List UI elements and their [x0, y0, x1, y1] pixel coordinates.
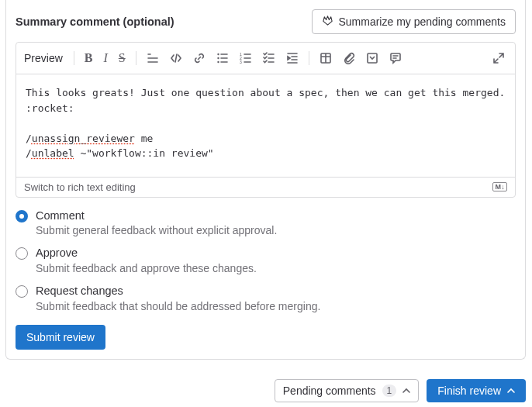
switch-mode-link[interactable]: Switch to rich text editing — [24, 181, 136, 193]
radio-description: Submit feedback that should be addressed… — [36, 300, 320, 312]
summarize-button[interactable]: Summarize my pending comments — [312, 9, 516, 34]
italic-button[interactable]: I — [99, 47, 111, 69]
details-button[interactable] — [362, 47, 382, 69]
tanuki-ai-icon — [322, 15, 333, 29]
radio-label: Request changes — [36, 284, 320, 298]
editor-footer: Switch to rich text editing M↓ — [16, 178, 515, 197]
panel-title: Summary comment (optional) — [16, 16, 174, 28]
radio-option-approve[interactable]: ApproveSubmit feedback and approve these… — [16, 246, 516, 274]
indent-button[interactable] — [282, 47, 302, 69]
pending-comments-button[interactable]: Pending comments 1 — [275, 379, 420, 402]
bold-button[interactable]: B — [81, 47, 97, 69]
submit-review-button[interactable]: Submit review — [16, 325, 105, 350]
pending-label: Pending comments — [283, 385, 376, 397]
radio-description: Submit feedback and approve these change… — [36, 262, 257, 274]
bottom-bar: Pending comments 1 Finish review — [275, 379, 526, 402]
comment-textarea[interactable]: This looks greats! Just one question abo… — [16, 74, 515, 177]
table-button[interactable] — [316, 47, 336, 69]
comment-template-button[interactable] — [385, 47, 406, 69]
radio-description: Submit general feedback without explicit… — [36, 224, 277, 236]
toolbar-separator — [74, 51, 74, 65]
svg-point-1 — [217, 57, 219, 59]
radio-input[interactable] — [16, 285, 28, 298]
summarize-button-label: Summarize my pending comments — [338, 16, 506, 28]
svg-text:3: 3 — [240, 60, 242, 64]
review-type-group: CommentSubmit general feedback without e… — [16, 209, 516, 313]
code-button[interactable] — [166, 47, 186, 69]
radio-option-request_changes[interactable]: Request changesSubmit feedback that shou… — [16, 284, 516, 312]
radio-option-comment[interactable]: CommentSubmit general feedback without e… — [16, 209, 516, 237]
radio-input[interactable] — [16, 210, 28, 222]
markdown-icon[interactable]: M↓ — [492, 182, 507, 192]
attach-button[interactable] — [339, 47, 359, 69]
fullscreen-button[interactable] — [489, 47, 509, 69]
svg-point-0 — [217, 53, 219, 55]
toolbar-separator — [136, 51, 136, 65]
link-button[interactable] — [189, 47, 209, 69]
toolbar: Preview B I S 123 — [16, 43, 515, 74]
strike-button[interactable]: S — [115, 47, 130, 69]
panel-header: Summary comment (optional) Summarize my … — [16, 9, 516, 34]
svg-point-2 — [217, 61, 219, 63]
chevron-up-icon — [402, 387, 410, 395]
radio-label: Approve — [36, 246, 257, 260]
bullet-list-button[interactable] — [212, 47, 233, 69]
finish-label: Finish review — [437, 385, 501, 397]
review-panel: Summary comment (optional) Summarize my … — [5, 0, 526, 360]
textarea-wrap: This looks greats! Just one question abo… — [16, 74, 515, 178]
finish-review-button[interactable]: Finish review — [427, 379, 526, 402]
radio-label: Comment — [36, 209, 277, 223]
pending-count-badge: 1 — [382, 385, 397, 397]
numbered-list-button[interactable]: 123 — [236, 47, 256, 69]
quote-button[interactable] — [143, 47, 163, 69]
task-list-button[interactable] — [259, 47, 279, 69]
toolbar-separator — [309, 51, 309, 65]
chevron-up-icon — [507, 387, 515, 395]
radio-input[interactable] — [16, 247, 28, 260]
editor-box: Preview B I S 123 This looks greats! Jus… — [16, 42, 516, 198]
preview-tab[interactable]: Preview — [22, 47, 67, 69]
